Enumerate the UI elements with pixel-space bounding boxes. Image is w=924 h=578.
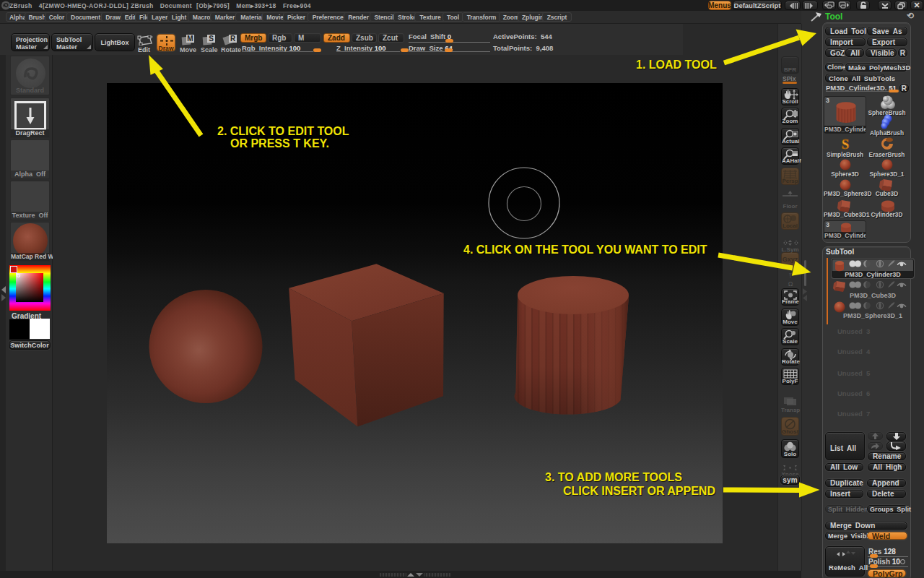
svg-text:M: M [187,35,193,43]
svg-text:S: S [209,35,214,43]
svg-text:R: R [230,35,236,43]
